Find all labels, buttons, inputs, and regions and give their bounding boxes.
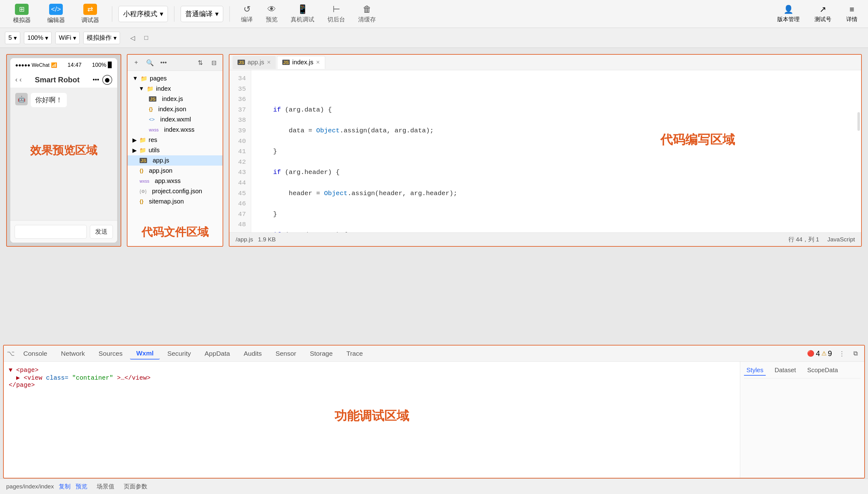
network-select[interactable]: WiFi ▾ <box>55 32 79 44</box>
page-params[interactable]: 页面参数 <box>124 482 147 491</box>
expand-icon: ▶ <box>132 137 137 144</box>
tab-label: index.js <box>292 59 313 66</box>
tree-item-app-js[interactable]: JS app.js <box>127 155 223 166</box>
debug-tab-audits[interactable]: Audits <box>238 348 268 359</box>
toolbar-expand-btn[interactable]: □ <box>141 32 152 43</box>
wxss-icon: wxss <box>140 179 149 184</box>
wxml-icon: <> <box>149 117 155 122</box>
debug-tab-security[interactable]: Security <box>161 348 197 359</box>
code-line-35: if (arg.data) { <box>257 105 855 115</box>
tree-item-app-wxss[interactable]: wxss app.wxss <box>127 176 223 186</box>
nav-dots-icon[interactable]: ••• <box>93 76 99 83</box>
wxml-tab-label: Wxml <box>136 349 153 357</box>
tree-item-pages[interactable]: ▼ 📁 pages <box>127 73 223 83</box>
preview-action[interactable]: 👁 预览 <box>261 3 282 25</box>
debug-tab-wxml[interactable]: Wxml <box>130 348 160 359</box>
copy-link[interactable]: 复制 <box>59 483 71 490</box>
tree-item-utils[interactable]: ▶ 📁 utils <box>127 145 223 155</box>
status-path: pages/index/index 复制 预览 <box>6 482 87 491</box>
debug-right: Styles Dataset ScopeData <box>740 362 864 478</box>
tree-label: index.json <box>158 106 186 113</box>
test-btn[interactable]: ↗ 测试号 <box>810 3 836 24</box>
tab-close-icon[interactable]: ✕ <box>267 59 271 65</box>
mode-dropdown[interactable]: 小程序模式 ▾ <box>118 6 168 22</box>
version-btn[interactable]: 👤 版本管理 <box>773 3 804 24</box>
tab-index-js[interactable]: JS index.js ✕ <box>277 56 325 69</box>
debug-tab-console[interactable]: Console <box>17 348 54 359</box>
debug-tab-network[interactable]: Network <box>55 348 91 359</box>
tree-item-app-json[interactable]: {} app.json <box>127 166 223 176</box>
simulator-button[interactable]: ⊞ 模拟器 <box>6 2 37 26</box>
debug-detach-btn[interactable]: ⧉ <box>850 348 861 359</box>
code-content[interactable]: if (arg.data) { data = Object.assign(dat… <box>251 70 861 232</box>
scene-value[interactable]: 场景值 <box>97 482 114 491</box>
top-panels: ●●●●● WeChat 📶 14:47 100% ▉ ‹ ‹ Smart Ro… <box>0 48 868 250</box>
json-icon: {} <box>149 107 153 112</box>
tree-item-index[interactable]: ▼ 📁 index <box>127 83 223 94</box>
debug-more-btn[interactable]: ⋮ <box>836 348 848 359</box>
detail-btn[interactable]: ≡ 详情 <box>842 3 862 24</box>
add-file-btn[interactable]: + <box>131 57 142 68</box>
mode-label: 小程序模式 <box>123 9 157 19</box>
chat-avatar: 🤖 <box>15 93 28 105</box>
phone-screen: ●●●●● WeChat 📶 14:47 100% ▉ ‹ ‹ Smart Ro… <box>10 58 117 243</box>
editor-scrollbar[interactable] <box>857 112 860 131</box>
tree-item-project-config[interactable]: {⚙} project.config.json <box>127 186 223 196</box>
js-tab-icon: JS <box>238 60 245 65</box>
tree-label: index.wxss <box>164 126 195 133</box>
sources-tab-label: Sources <box>98 350 123 357</box>
folder-icon: 📁 <box>139 137 146 144</box>
phone-content: 🤖 你好啊！ <box>10 88 117 220</box>
debug-tab-sources[interactable]: Sources <box>92 348 129 359</box>
tree-label: index <box>156 85 171 92</box>
tree-item-index-json[interactable]: {} index.json <box>127 104 223 114</box>
file-tree-panel: + 🔍 ••• ⇅ ⊟ ▼ 📁 pages ▼ 📁 <box>127 54 223 247</box>
error-badge: 🔴 4 ⚠ 9 <box>807 349 832 358</box>
clear-action[interactable]: 🗑 清缓存 <box>353 3 381 25</box>
preview-link[interactable]: 预览 <box>76 483 87 490</box>
phone-input[interactable] <box>15 225 87 239</box>
sort-btn[interactable]: ⇅ <box>195 57 206 68</box>
nav-back-icon[interactable]: ‹ ‹ <box>15 76 22 84</box>
tree-label: app.js <box>153 157 169 164</box>
debug-tab-appdata[interactable]: AppData <box>198 348 236 359</box>
debug-tab-storage[interactable]: Storage <box>304 348 339 359</box>
error-icon: 🔴 <box>807 350 814 357</box>
more-options-btn[interactable]: ••• <box>158 57 169 68</box>
tree-item-sitemap[interactable]: {} sitemap.json <box>127 196 223 207</box>
device-action[interactable]: 📱 真机调试 <box>286 3 319 25</box>
zoom-select[interactable]: 100% ▾ <box>24 32 52 44</box>
nav-record-icon[interactable]: ⬤ <box>102 75 112 85</box>
code-area[interactable]: 3435363738 3940414243 4445464748 4950515… <box>229 70 861 232</box>
switch-action[interactable]: ⊢ 切后台 <box>322 3 350 25</box>
search-files-btn[interactable]: 🔍 <box>144 57 155 68</box>
tab-close-icon[interactable]: ✕ <box>316 59 320 65</box>
toolbar-back-btn[interactable]: ◁ <box>127 32 138 43</box>
tree-item-index-wxss[interactable]: wxss index.wxss <box>127 125 223 135</box>
chat-bubble: 你好啊！ <box>31 93 67 107</box>
tree-item-res[interactable]: ▶ 📁 res <box>127 135 223 145</box>
tree-item-index-wxml[interactable]: <> index.wxml <box>127 114 223 125</box>
compile-action[interactable]: ↺ 编译 <box>236 3 258 25</box>
debug-right-tab-styles[interactable]: Styles <box>744 365 766 376</box>
trace-tab-label: Trace <box>346 350 363 357</box>
page-select[interactable]: 5 ▾ <box>5 32 20 44</box>
mode-select[interactable]: 模拟操作 ▾ <box>83 32 120 44</box>
editor-tabs: JS app.js ✕ JS index.js ✕ <box>229 55 861 70</box>
debug-tab-sensor[interactable]: Sensor <box>269 348 302 359</box>
filter-btn[interactable]: ⊟ <box>208 57 220 68</box>
version-icon: 👤 <box>783 5 793 14</box>
debug-right-tab-scopedata[interactable]: ScopeData <box>805 365 840 376</box>
debugger-button[interactable]: ⇄ 调试器 <box>75 2 106 26</box>
debug-tab-trace[interactable]: Trace <box>340 348 369 359</box>
phone-send-btn[interactable]: 发送 <box>90 225 113 239</box>
spacer-icon <box>145 106 146 112</box>
tree-item-index-js[interactable]: JS index.js <box>127 94 223 104</box>
tree-label: app.json <box>149 167 172 174</box>
compile-mode-dropdown[interactable]: 普通编译 ▾ <box>181 6 223 22</box>
switch-icon: ⊢ <box>333 4 340 14</box>
tab-app-js[interactable]: JS app.js ✕ <box>233 56 276 69</box>
editor-button[interactable]: </> 编辑器 <box>40 2 72 26</box>
debug-right-tab-dataset[interactable]: Dataset <box>772 365 798 376</box>
network-chevron: ▾ <box>73 34 76 42</box>
